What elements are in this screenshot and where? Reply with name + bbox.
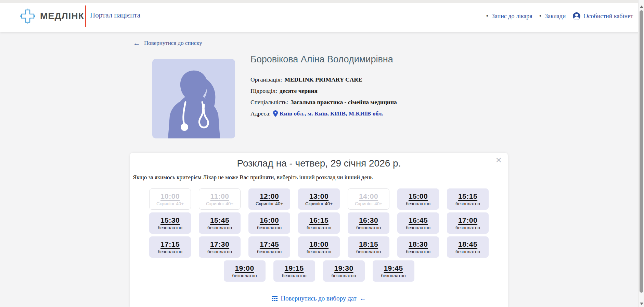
doctor-name: Боровікова Аліна Володимирівна: [250, 54, 393, 65]
time-slot-15-30[interactable]: 15:30безоплатно: [149, 212, 191, 234]
time-slot-17-15[interactable]: 17:15безоплатно: [149, 236, 191, 258]
time-slot-14-00: 14:00Скринінг 40+: [348, 188, 389, 210]
header-red-divider: [85, 5, 86, 27]
time-slot-15-45[interactable]: 15:45безоплатно: [199, 212, 241, 234]
scrollbar-thumb[interactable]: [640, 10, 643, 293]
back-to-dates-label: Повернутись до вибору дат: [281, 295, 357, 302]
slot-time: 18:30: [409, 240, 428, 248]
portal-title: Портал пацієнта: [90, 11, 140, 20]
nav-item-appointment[interactable]: Запис до лікаря: [486, 13, 532, 20]
slot-type: безоплатно: [455, 249, 480, 254]
time-slot-18-00[interactable]: 18:00безоплатно: [298, 236, 340, 258]
doctor-fields: Організація: MEDLINK PRIMARY CARE Підроз…: [250, 74, 397, 119]
time-slot-17-30[interactable]: 17:30безоплатно: [199, 236, 241, 258]
scrollbar-up-arrow-icon[interactable]: [640, 5, 643, 8]
back-to-list-label: Повернутися до списку: [144, 40, 202, 47]
slot-time: 15:45: [210, 216, 229, 224]
time-slot-13-00[interactable]: 13:00Скринінг 40+: [298, 188, 340, 210]
time-slot-12-00[interactable]: 12:00Скринінг 40+: [248, 188, 290, 210]
time-slot-10-00: 10:00Скринінг 40+: [149, 188, 191, 210]
time-slot-17-00[interactable]: 17:00безоплатно: [447, 212, 489, 234]
field-label: Спеціальність:: [250, 99, 288, 106]
slot-type: безоплатно: [406, 201, 430, 206]
slot-type: безоплатно: [406, 225, 430, 230]
logo-text: МЕДЛІНК: [40, 11, 84, 22]
header-nav: Запис до лікаря Заклади Особистий кабіне…: [486, 0, 633, 32]
arrow-left-icon: ←: [360, 295, 366, 302]
calendar-grid-icon: [272, 296, 278, 301]
back-to-list-link[interactable]: ← Повернутися до списку: [133, 39, 202, 47]
logo[interactable]: МЕДЛІНК: [20, 8, 84, 24]
nav-item-label: Запис до лікаря: [492, 13, 532, 20]
slot-type: безоплатно: [356, 225, 381, 230]
doctor-name-divider: [250, 69, 499, 69]
slot-time: 19:15: [284, 264, 304, 272]
slot-time: 17:30: [210, 240, 229, 248]
nav-item-label: Особистий кабінет: [583, 13, 633, 20]
nav-item-facilities[interactable]: Заклади: [539, 13, 566, 20]
time-slot-19-45[interactable]: 19:45безоплатно: [373, 260, 414, 282]
slot-time: 18:00: [309, 240, 329, 248]
slot-time: 19:00: [235, 264, 254, 272]
slot-type: безоплатно: [406, 249, 430, 254]
slot-type: безоплатно: [332, 273, 356, 278]
field-value: Загальна практика - сімейна медицина: [291, 99, 397, 106]
time-slot-16-00[interactable]: 16:00безоплатно: [248, 212, 290, 234]
slot-type: безоплатно: [207, 225, 232, 230]
schedule-title: Розклад на - четвер, 29 січня 2026 р.: [130, 153, 508, 169]
doctor-avatar: [152, 59, 235, 138]
doctor-field-specialty: Спеціальність: Загальна практика - сімей…: [250, 97, 397, 108]
slot-row: 15:30безоплатно15:45безоплатно16:00безоп…: [149, 212, 489, 234]
slot-time: 18:15: [359, 240, 378, 248]
slot-row: 10:00Скринінг 40+11:00Скринінг 40+12:00С…: [149, 188, 489, 210]
field-value: десяте червня: [280, 87, 318, 95]
field-label: Підрозділ:: [250, 87, 277, 95]
scrollbar-down-arrow-icon[interactable]: [640, 303, 643, 305]
slot-time: 16:45: [409, 216, 428, 224]
time-slot-18-15[interactable]: 18:15безоплатно: [348, 236, 389, 258]
slot-time: 16:00: [260, 216, 279, 224]
slot-type: безоплатно: [207, 249, 232, 254]
schedule-card: Розклад на - четвер, 29 січня 2026 р. × …: [130, 153, 508, 307]
time-slot-16-15[interactable]: 16:15безоплатно: [298, 212, 340, 234]
slot-type: Скринінг 40+: [355, 201, 382, 206]
time-slot-19-00[interactable]: 19:00безоплатно: [224, 260, 266, 282]
slot-type: безоплатно: [307, 249, 331, 254]
slot-time: 14:00: [359, 192, 378, 200]
field-label: Організація:: [250, 76, 282, 83]
time-slot-15-15[interactable]: 15:15безоплатно: [447, 188, 489, 210]
slot-type: безоплатно: [356, 249, 381, 254]
vertical-scrollbar[interactable]: [638, 0, 644, 307]
slot-row: 19:00безоплатно19:15безоплатно19:30безоп…: [224, 260, 414, 282]
address-value: Київ обл., м. Київ, КИЇВ, М.КИЇВ обл.: [280, 110, 383, 117]
time-slot-19-15[interactable]: 19:15безоплатно: [273, 260, 315, 282]
nav-item-personal-cabinet[interactable]: Особистий кабінет: [572, 12, 633, 20]
time-slot-17-45[interactable]: 17:45безоплатно: [248, 236, 290, 258]
field-value: MEDLINK PRIMARY CARE: [284, 76, 362, 83]
close-icon[interactable]: ×: [495, 155, 502, 165]
slot-type: безоплатно: [158, 249, 182, 254]
nav-item-label: Заклади: [545, 13, 566, 20]
time-slot-16-30[interactable]: 16:30безоплатно: [348, 212, 389, 234]
time-slot-18-30[interactable]: 18:30безоплатно: [397, 236, 439, 258]
slot-time: 10:00: [160, 192, 180, 200]
slot-time: 15:30: [160, 216, 180, 224]
slot-time: 16:15: [309, 216, 329, 224]
time-slot-18-45[interactable]: 18:45безоплатно: [447, 236, 489, 258]
slot-type: безоплатно: [232, 273, 257, 278]
address-link[interactable]: Київ обл., м. Київ, КИЇВ, М.КИЇВ обл.: [273, 110, 383, 117]
location-pin-icon: [273, 110, 278, 117]
doctor-field-organization: Організація: MEDLINK PRIMARY CARE: [250, 74, 397, 85]
time-slot-15-00[interactable]: 15:00безоплатно: [397, 188, 439, 210]
time-slot-16-45[interactable]: 16:45безоплатно: [397, 212, 439, 234]
time-slot-19-30[interactable]: 19:30безоплатно: [323, 260, 365, 282]
slot-time: 16:30: [359, 216, 378, 224]
slot-time: 15:15: [458, 192, 477, 200]
slot-type: Скринінг 40+: [305, 201, 333, 206]
back-to-dates-link[interactable]: Повернутись до вибору дат ←: [130, 295, 508, 302]
slot-time: 17:15: [160, 240, 180, 248]
slot-type: безоплатно: [158, 225, 182, 230]
header: МЕДЛІНК Портал пацієнта Запис до лікаря …: [0, 0, 644, 32]
slot-time: 17:45: [260, 240, 279, 248]
slot-type: безоплатно: [381, 273, 406, 278]
